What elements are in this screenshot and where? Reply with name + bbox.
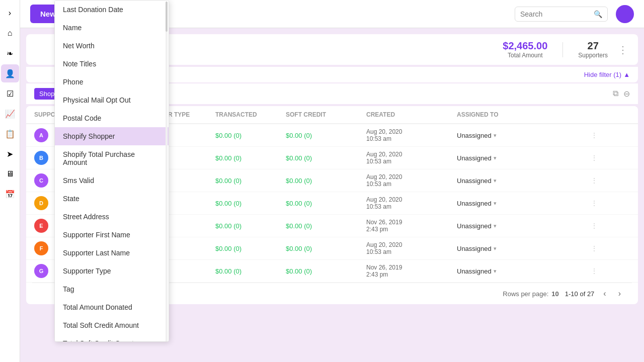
rows-per-page: Rows per page: 10 <box>503 290 559 298</box>
assigned-chevron-4[interactable]: ▾ <box>494 223 497 229</box>
row-more-icon-3[interactable]: ⋮ <box>591 199 598 207</box>
th-created: Created <box>366 111 457 118</box>
row-more-icon-1[interactable]: ⋮ <box>591 154 598 162</box>
row-avatar-4: E <box>34 219 48 233</box>
created-cell-4: Nov 26, 2019 2:43 pm <box>366 219 457 233</box>
th-transacted: Transacted <box>215 111 286 118</box>
people-icon[interactable]: 👤 <box>1 64 19 82</box>
chart-icon[interactable]: 📈 <box>1 105 19 123</box>
leaf-icon[interactable]: ❧ <box>1 44 19 62</box>
assigned-value-0: Unassigned <box>457 132 492 139</box>
row-avatar-1: B <box>34 151 48 165</box>
dropdown-item-name[interactable]: Name <box>55 19 169 37</box>
avatar[interactable] <box>616 5 634 23</box>
people-icon-label: 👤 <box>5 69 15 78</box>
home-icon[interactable]: ⌂ <box>1 24 19 42</box>
dropdown-item-shopify-shopper[interactable]: Shopify Shopper <box>55 127 169 145</box>
assigned-chevron-0[interactable]: ▾ <box>494 132 497 139</box>
row-avatar-2: C <box>34 173 48 188</box>
created-date-1: Aug 20, 2020 <box>366 151 457 158</box>
created-cell-1: Aug 20, 2020 10:53 am <box>366 151 457 165</box>
assigned-cell-6: Unassigned ▾ <box>457 267 517 275</box>
dropdown-item-phone[interactable]: Phone <box>55 73 169 91</box>
hide-filter-label: Hide filter (1) <box>584 71 621 78</box>
rows-per-page-value[interactable]: 10 <box>551 290 558 298</box>
created-date-6: Nov 26, 2019 <box>366 264 457 271</box>
row-more-icon-2[interactable]: ⋮ <box>591 176 598 185</box>
transacted-cell-1: $0.00 (0) <box>215 154 286 162</box>
copy-filter-icon[interactable]: ⧉ <box>613 89 618 99</box>
remove-filter-icon[interactable]: ⊖ <box>623 89 630 99</box>
assigned-chevron-1[interactable]: ▾ <box>494 155 497 161</box>
assigned-value-4: Unassigned <box>457 222 492 230</box>
notes-icon[interactable]: 📋 <box>1 125 19 143</box>
assigned-cell-3: Unassigned ▾ <box>457 200 517 207</box>
dropdown-item-total-soft-credit-amount[interactable]: Total Soft Credit Amount <box>55 316 169 334</box>
leaf-icon-label: ❧ <box>7 49 13 58</box>
soft-credit-cell-4: $0.00 (0) <box>286 222 366 230</box>
row-actions-6: ⋮ <box>517 267 598 275</box>
row-actions-2: ⋮ <box>517 176 598 185</box>
assigned-chevron-3[interactable]: ▾ <box>494 200 497 207</box>
dropdown-item-supporter-type[interactable]: Supporter Type <box>55 262 169 280</box>
prev-page-button[interactable]: ‹ <box>600 288 609 299</box>
assigned-value-5: Unassigned <box>457 245 492 252</box>
assigned-chevron-5[interactable]: ▾ <box>494 245 497 252</box>
dropdown-item-shopify-total-purchase-amount[interactable]: Shopify Total Purchase Amount <box>55 145 169 171</box>
soft-credit-cell-5: $0.00 (0) <box>286 245 366 252</box>
soft-credit-cell-1: $0.00 (0) <box>286 154 366 162</box>
dropdown-item-note-titles[interactable]: Note Titles <box>55 55 169 73</box>
row-avatar-6: G <box>34 264 48 278</box>
transacted-cell-0: $0.00 (0) <box>215 132 286 139</box>
dropdown-item-net-worth[interactable]: Net Worth <box>55 37 169 55</box>
row-avatar-0: A <box>34 128 48 142</box>
created-cell-6: Nov 26, 2019 2:43 pm <box>366 264 457 278</box>
search-input[interactable] <box>520 10 591 18</box>
dropdown-item-physical-mail-opt-out[interactable]: Physical Mail Opt Out <box>55 91 169 109</box>
dropdown-item-total-amount-donated[interactable]: Total Amount Donated <box>55 298 169 316</box>
more-options-icon[interactable]: ⋮ <box>618 44 628 56</box>
checklist-icon-label: ☑ <box>7 89 14 99</box>
dropdown-item-sms-valid[interactable]: Sms Valid <box>55 171 169 190</box>
dropdown-item-last-donation-date[interactable]: Last Donation Date <box>55 1 169 19</box>
row-more-icon-5[interactable]: ⋮ <box>591 244 598 252</box>
created-time-6: 2:43 pm <box>366 271 457 278</box>
dropdown-item-postal-code[interactable]: Postal Code <box>55 109 169 127</box>
created-date-0: Aug 20, 2020 <box>366 128 457 135</box>
soft-credit-cell-2: $0.00 (0) <box>286 177 366 185</box>
dropdown-item-tag[interactable]: Tag <box>55 280 169 298</box>
assigned-chevron-6[interactable]: ▾ <box>494 268 497 275</box>
hide-filter-button[interactable]: Hide filter (1) ▲ <box>584 71 630 78</box>
scrollbar-thumb <box>166 2 168 32</box>
assigned-chevron-2[interactable]: ▾ <box>494 177 497 184</box>
chevron-right-icon[interactable]: › <box>1 4 19 22</box>
soft-credit-cell-3: $0.00 (0) <box>286 200 366 207</box>
created-time-5: 10:53 am <box>366 248 457 255</box>
created-date-4: Nov 26, 2019 <box>366 219 457 226</box>
dropdown-item-street-address[interactable]: Street Address <box>55 208 169 226</box>
created-time-3: 10:53 am <box>366 203 457 210</box>
desktop-icon[interactable]: 🖥 <box>1 165 19 183</box>
assigned-value-2: Unassigned <box>457 177 492 185</box>
row-more-icon-6[interactable]: ⋮ <box>591 267 598 275</box>
assigned-value-6: Unassigned <box>457 267 492 275</box>
notes-icon-label: 📋 <box>5 129 15 139</box>
row-actions-4: ⋮ <box>517 222 598 230</box>
transacted-cell-3: $0.00 (0) <box>215 200 286 207</box>
dropdown-item-supporter-first-name[interactable]: Supporter First Name <box>55 226 169 244</box>
dropdown-item-supporter-last-name[interactable]: Supporter Last Name <box>55 244 169 262</box>
dropdown-item-total-soft-credit-count[interactable]: Total Soft Credit Count <box>55 334 169 342</box>
assigned-cell-5: Unassigned ▾ <box>457 245 517 252</box>
dropdown-item-state[interactable]: State <box>55 190 169 208</box>
created-time-1: 10:53 am <box>366 158 457 165</box>
row-more-icon-0[interactable]: ⋮ <box>591 131 598 139</box>
rows-per-page-label: Rows per page: <box>503 290 548 298</box>
created-time-0: 10:53 am <box>366 135 457 142</box>
next-page-button[interactable]: › <box>615 288 624 299</box>
page-range: 1-10 of 27 <box>565 290 595 298</box>
checklist-icon[interactable]: ☑ <box>1 84 19 103</box>
calendar-icon[interactable]: 📅 <box>1 185 19 203</box>
created-cell-0: Aug 20, 2020 10:53 am <box>366 128 457 142</box>
send-icon[interactable]: ➤ <box>1 145 19 163</box>
row-more-icon-4[interactable]: ⋮ <box>591 222 598 230</box>
